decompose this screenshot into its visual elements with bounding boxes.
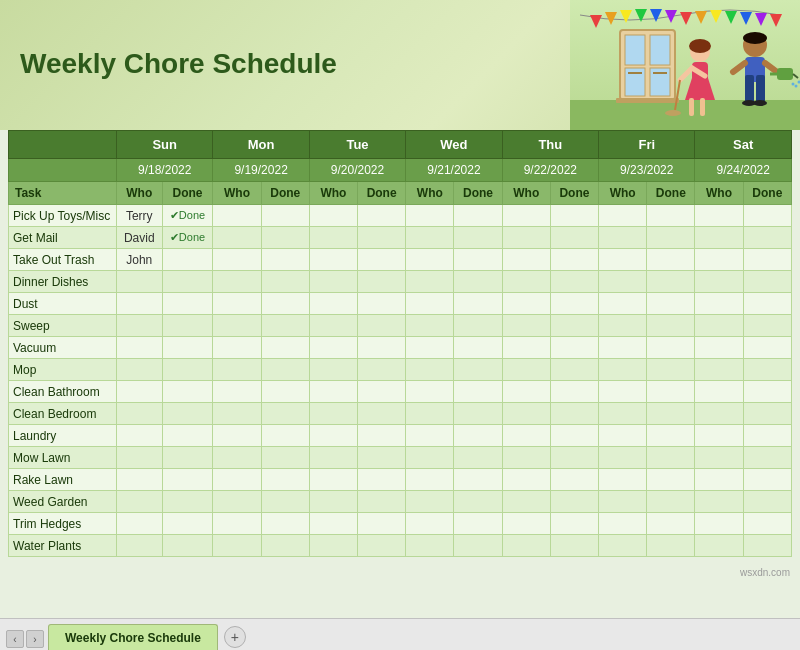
sun-who-cell[interactable] [117, 271, 163, 293]
thu-who-cell[interactable] [502, 227, 550, 249]
mon-who-cell[interactable] [213, 359, 261, 381]
fri-done-cell[interactable] [647, 535, 695, 557]
tue-who-cell[interactable] [309, 227, 357, 249]
fri-done-cell[interactable] [647, 227, 695, 249]
thu-who-cell[interactable] [502, 469, 550, 491]
tue-done-cell[interactable] [358, 359, 406, 381]
mon-who-cell[interactable] [213, 513, 261, 535]
mon-done-cell[interactable] [261, 205, 309, 227]
mon-who-cell[interactable] [213, 491, 261, 513]
thu-done-cell[interactable] [550, 359, 598, 381]
mon-done-cell[interactable] [261, 513, 309, 535]
mon-done-cell[interactable] [261, 535, 309, 557]
thu-who-cell[interactable] [502, 315, 550, 337]
mon-done-cell[interactable] [261, 249, 309, 271]
fri-done-cell[interactable] [647, 205, 695, 227]
wed-who-cell[interactable] [406, 205, 454, 227]
mon-who-cell[interactable] [213, 469, 261, 491]
sun-who-cell[interactable] [117, 425, 163, 447]
sat-who-cell[interactable] [695, 227, 743, 249]
tue-done-cell[interactable] [358, 513, 406, 535]
thu-done-cell[interactable] [550, 249, 598, 271]
sat-who-cell[interactable] [695, 337, 743, 359]
tue-who-cell[interactable] [309, 271, 357, 293]
thu-who-cell[interactable] [502, 337, 550, 359]
wed-done-cell[interactable] [454, 491, 502, 513]
fri-done-cell[interactable] [647, 381, 695, 403]
mon-who-cell[interactable] [213, 425, 261, 447]
tue-done-cell[interactable] [358, 447, 406, 469]
mon-done-cell[interactable] [261, 293, 309, 315]
wed-who-cell[interactable] [406, 513, 454, 535]
sun-who-cell[interactable]: David [117, 227, 163, 249]
sat-who-cell[interactable] [695, 425, 743, 447]
thu-who-cell[interactable] [502, 381, 550, 403]
thu-done-cell[interactable] [550, 293, 598, 315]
sun-done-cell[interactable] [162, 271, 213, 293]
tue-done-cell[interactable] [358, 227, 406, 249]
fri-who-cell[interactable] [599, 469, 647, 491]
tue-who-cell[interactable] [309, 403, 357, 425]
fri-who-cell[interactable] [599, 425, 647, 447]
thu-who-cell[interactable] [502, 249, 550, 271]
mon-done-cell[interactable] [261, 491, 309, 513]
wed-done-cell[interactable] [454, 293, 502, 315]
mon-who-cell[interactable] [213, 315, 261, 337]
fri-who-cell[interactable] [599, 205, 647, 227]
thu-who-cell[interactable] [502, 359, 550, 381]
wed-who-cell[interactable] [406, 491, 454, 513]
sun-done-cell[interactable] [162, 469, 213, 491]
mon-done-cell[interactable] [261, 227, 309, 249]
wed-done-cell[interactable] [454, 227, 502, 249]
fri-who-cell[interactable] [599, 491, 647, 513]
tue-done-cell[interactable] [358, 535, 406, 557]
sat-done-cell[interactable] [743, 205, 791, 227]
thu-done-cell[interactable] [550, 271, 598, 293]
thu-who-cell[interactable] [502, 491, 550, 513]
fri-who-cell[interactable] [599, 359, 647, 381]
wed-who-cell[interactable] [406, 469, 454, 491]
fri-who-cell[interactable] [599, 249, 647, 271]
wed-done-cell[interactable] [454, 315, 502, 337]
wed-who-cell[interactable] [406, 359, 454, 381]
tue-who-cell[interactable] [309, 359, 357, 381]
tue-who-cell[interactable] [309, 469, 357, 491]
mon-done-cell[interactable] [261, 271, 309, 293]
sun-done-cell[interactable] [162, 315, 213, 337]
mon-who-cell[interactable] [213, 535, 261, 557]
fri-who-cell[interactable] [599, 337, 647, 359]
wed-done-cell[interactable] [454, 381, 502, 403]
sun-done-cell[interactable] [162, 293, 213, 315]
mon-done-cell[interactable] [261, 359, 309, 381]
sun-who-cell[interactable] [117, 337, 163, 359]
sun-who-cell[interactable] [117, 535, 163, 557]
sat-who-cell[interactable] [695, 249, 743, 271]
sat-done-cell[interactable] [743, 227, 791, 249]
mon-done-cell[interactable] [261, 469, 309, 491]
sat-done-cell[interactable] [743, 425, 791, 447]
thu-done-cell[interactable] [550, 205, 598, 227]
tue-who-cell[interactable] [309, 491, 357, 513]
thu-who-cell[interactable] [502, 513, 550, 535]
sun-who-cell[interactable] [117, 513, 163, 535]
sat-done-cell[interactable] [743, 469, 791, 491]
fri-who-cell[interactable] [599, 271, 647, 293]
tue-who-cell[interactable] [309, 535, 357, 557]
tue-done-cell[interactable] [358, 271, 406, 293]
wed-done-cell[interactable] [454, 337, 502, 359]
sun-done-cell[interactable] [162, 359, 213, 381]
fri-done-cell[interactable] [647, 469, 695, 491]
sat-who-cell[interactable] [695, 469, 743, 491]
mon-who-cell[interactable] [213, 249, 261, 271]
wed-done-cell[interactable] [454, 359, 502, 381]
sun-who-cell[interactable] [117, 469, 163, 491]
thu-who-cell[interactable] [502, 205, 550, 227]
sun-done-cell[interactable] [162, 491, 213, 513]
sat-who-cell[interactable] [695, 293, 743, 315]
sun-done-cell[interactable] [162, 381, 213, 403]
wed-who-cell[interactable] [406, 315, 454, 337]
thu-done-cell[interactable] [550, 491, 598, 513]
sat-done-cell[interactable] [743, 513, 791, 535]
wed-done-cell[interactable] [454, 469, 502, 491]
sat-who-cell[interactable] [695, 447, 743, 469]
